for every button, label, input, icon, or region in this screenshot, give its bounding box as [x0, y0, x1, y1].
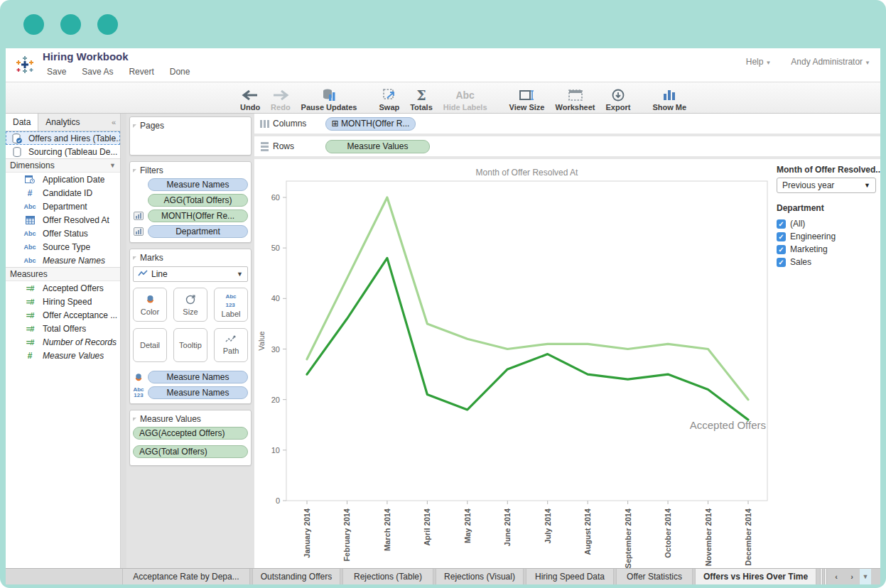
- menu-item-done[interactable]: Done: [170, 67, 190, 77]
- checkbox-checked-icon[interactable]: ✓: [777, 232, 786, 241]
- filter-pill[interactable]: Department: [148, 225, 248, 238]
- menu-item-save-as[interactable]: Save As: [82, 67, 113, 77]
- department-checkbox-marketing[interactable]: ✓Marketing: [777, 243, 880, 256]
- label-button[interactable]: Abc123Label: [214, 288, 248, 322]
- user-menu[interactable]: Andy Administrator▼: [791, 57, 870, 67]
- field-label: Measure Values: [43, 351, 104, 361]
- sheet-tab[interactable]: Acceptance Rate by Depa...: [122, 569, 250, 584]
- label-icon[interactable]: Abc123: [133, 387, 144, 398]
- sheet-list-button[interactable]: ▼: [860, 569, 871, 584]
- measure-values-pill[interactable]: AGG(Total Offers): [133, 445, 248, 458]
- columns-shelf[interactable]: Columns ⊞ MONTH(Offer R...: [254, 114, 880, 134]
- path-button[interactable]: Path: [214, 328, 248, 362]
- department-checkbox-all[interactable]: ✓(All): [777, 217, 880, 230]
- dimensions-header[interactable]: Dimensions ▼: [6, 158, 120, 173]
- columns-pill[interactable]: ⊞ MONTH(Offer R...: [325, 117, 416, 131]
- pane-divider[interactable]: [121, 114, 126, 568]
- field-item[interactable]: AbcSource Type: [6, 240, 120, 254]
- undo-label: Undo: [240, 103, 260, 111]
- svg-text:30: 30: [271, 345, 280, 354]
- sheet-tab[interactable]: Offer Statistics: [616, 569, 693, 584]
- collapse-pane-icon[interactable]: «: [112, 118, 120, 126]
- mark-button-label: Label: [222, 310, 241, 318]
- sheet-tab[interactable]: Outstanding Offers: [252, 569, 340, 584]
- detail-button[interactable]: Detail: [133, 328, 167, 362]
- field-item[interactable]: =#Total Offers: [6, 322, 120, 335]
- collapse-triangle-icon[interactable]: [133, 418, 136, 421]
- field-item[interactable]: #Measure Values: [6, 349, 120, 362]
- window-control-dot-2[interactable]: [60, 14, 81, 35]
- menu-item-save[interactable]: Save: [47, 67, 66, 77]
- svg-text:May 2014: May 2014: [463, 508, 472, 543]
- field-item[interactable]: AbcOffer Status: [6, 227, 120, 240]
- window-control-dot-1[interactable]: [23, 14, 44, 35]
- filter-pill[interactable]: AGG(Total Offers): [148, 194, 248, 207]
- marks-pill[interactable]: Measure Names: [148, 371, 248, 383]
- field-item[interactable]: AbcDepartment: [6, 200, 120, 213]
- line-chart[interactable]: Month of Offer Resolved At0102030405060V…: [254, 159, 771, 571]
- field-item[interactable]: Offer Resolved At: [6, 213, 120, 227]
- marks-pill[interactable]: Measure Names: [148, 386, 248, 399]
- field-item[interactable]: #Candidate ID: [6, 186, 120, 200]
- size-button[interactable]: Size: [173, 288, 207, 322]
- rows-pill[interactable]: Measure Values: [325, 140, 430, 153]
- checkbox-checked-icon[interactable]: ✓: [777, 219, 786, 229]
- pane-tab-analytics[interactable]: Analytics: [38, 114, 87, 131]
- sheet-tab[interactable]: Hiring Speed Data: [526, 569, 614, 584]
- chevron-down-icon[interactable]: ▼: [109, 162, 116, 169]
- window-control-dot-3[interactable]: [97, 14, 118, 35]
- redo-icon: [271, 87, 290, 103]
- collapse-triangle-icon[interactable]: [133, 169, 136, 173]
- rows-shelf-icon: [260, 142, 273, 151]
- field-item[interactable]: =#Offer Acceptance ...: [6, 308, 120, 322]
- data-source-item[interactable]: Sourcing (Tableau De...: [6, 145, 120, 158]
- mark-type-dropdown[interactable]: Line ▼: [133, 266, 248, 282]
- show-me-label: Show Me: [652, 103, 686, 111]
- tooltip-button[interactable]: Tooltip: [173, 328, 207, 362]
- department-checkbox-engineering[interactable]: ✓Engineering: [777, 230, 880, 243]
- prev-sheet-button[interactable]: ‹: [828, 569, 844, 584]
- pause-updates-button[interactable]: Pause Updates: [301, 85, 357, 111]
- view-size-button[interactable]: View Size: [509, 85, 545, 111]
- sheet-tab[interactable]: Offers vs Hires Over Time: [695, 569, 816, 584]
- sheet-tab[interactable]: Rejections (Table): [342, 569, 433, 584]
- checkbox-checked-icon[interactable]: ✓: [777, 258, 786, 267]
- export-button[interactable]: Export: [606, 85, 631, 111]
- color-icon[interactable]: [133, 372, 144, 383]
- field-item[interactable]: =#Hiring Speed: [6, 295, 120, 308]
- help-menu[interactable]: Help▼: [746, 57, 772, 67]
- totals-button[interactable]: ΣTotals: [410, 85, 433, 111]
- pane-tab-data[interactable]: Data: [6, 114, 38, 131]
- series-accepted-offers[interactable]: [307, 258, 748, 420]
- collapse-triangle-icon[interactable]: [133, 256, 136, 260]
- hide-labels-label: Hide Labels: [443, 103, 487, 111]
- quick-filter-icon[interactable]: [133, 212, 144, 220]
- show-me-button[interactable]: Show Me: [652, 85, 686, 111]
- field-item[interactable]: Application Date: [6, 173, 120, 186]
- worksheet-button[interactable]: Worksheet: [555, 85, 595, 111]
- svg-text:Accepted Offers: Accepted Offers: [690, 419, 766, 431]
- next-sheet-button[interactable]: ›: [844, 569, 860, 584]
- collapse-triangle-icon[interactable]: [133, 124, 136, 128]
- measure-values-pill[interactable]: AGG(Accepted Offers): [133, 427, 248, 440]
- month-filter-dropdown[interactable]: Previous year ▼: [777, 178, 876, 193]
- pages-drop-zone[interactable]: [133, 132, 248, 151]
- field-item[interactable]: =#Accepted Offers: [6, 281, 120, 295]
- menu-item-revert[interactable]: Revert: [129, 67, 153, 77]
- rows-shelf[interactable]: Rows Measure Values: [254, 136, 880, 156]
- field-item[interactable]: =#Number of Records: [6, 335, 120, 349]
- department-checkbox-sales[interactable]: ✓Sales: [777, 256, 880, 268]
- series-total-offers[interactable]: [307, 197, 748, 400]
- checkbox-checked-icon[interactable]: ✓: [777, 245, 786, 254]
- sheet-tab[interactable]: Rejections (Visual): [436, 569, 524, 584]
- data-source-item[interactable]: Offers and Hires (Table...: [6, 131, 120, 145]
- data-source-label: Offers and Hires (Table...: [28, 134, 119, 143]
- measures-header[interactable]: Measures: [6, 267, 120, 281]
- undo-button[interactable]: Undo: [240, 85, 260, 111]
- quick-filter-icon[interactable]: [133, 227, 144, 236]
- swap-button[interactable]: Swap: [379, 85, 399, 111]
- field-item[interactable]: AbcMeasure Names: [6, 254, 120, 267]
- filter-pill[interactable]: Measure Names: [148, 178, 248, 191]
- color-button[interactable]: Color: [133, 288, 167, 322]
- filter-pill[interactable]: MONTH(Offer Re...: [148, 209, 248, 222]
